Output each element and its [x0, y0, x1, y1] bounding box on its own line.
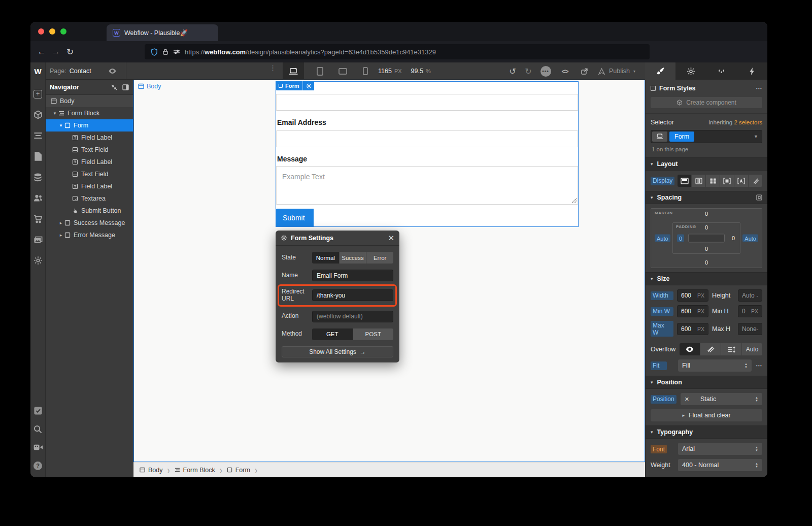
- display-inline-block-icon[interactable]: [720, 175, 734, 187]
- navigator-icon[interactable]: [32, 130, 44, 141]
- fit-label[interactable]: Fit: [651, 361, 667, 370]
- ecommerce-icon[interactable]: [32, 213, 44, 224]
- audit-icon[interactable]: [32, 405, 44, 416]
- breakpoint-tablet-button[interactable]: [309, 62, 330, 80]
- position-select[interactable]: ✕ Static ▲▼: [681, 393, 762, 405]
- navigator-item-error-message[interactable]: ▸ Error Message: [46, 229, 133, 241]
- close-icon[interactable]: ✕: [388, 234, 394, 243]
- navigator-item-text-field[interactable]: Text Field: [46, 168, 133, 180]
- min-width-input[interactable]: 600PX: [677, 305, 708, 317]
- fit-more-icon[interactable]: ⋯: [756, 362, 762, 369]
- back-button[interactable]: ←: [35, 45, 49, 59]
- margin-top-value[interactable]: 0: [705, 211, 708, 217]
- create-component-button[interactable]: Create component: [651, 97, 762, 108]
- form-element-badge[interactable]: Form: [276, 81, 314, 90]
- font-label[interactable]: Font: [651, 445, 667, 453]
- tab-settings[interactable]: [675, 62, 706, 80]
- add-elements-icon[interactable]: +: [32, 88, 44, 100]
- navigator-item-submit-button[interactable]: Submit Button: [46, 205, 133, 217]
- navigator-item-field-label[interactable]: Field Label: [46, 180, 133, 192]
- minimize-window-button[interactable]: [49, 28, 55, 35]
- breadcrumb-body[interactable]: Body: [140, 467, 163, 474]
- code-export-icon[interactable]: <>: [557, 62, 572, 80]
- page-selector[interactable]: Page: Contact: [50, 62, 91, 80]
- resize-handle[interactable]: [571, 198, 577, 203]
- submit-button[interactable]: Submit: [276, 209, 314, 226]
- chevron-down-icon[interactable]: ▼: [754, 134, 761, 139]
- navigator-item-field-label[interactable]: Field Label: [46, 132, 133, 144]
- spacing-settings-icon[interactable]: [756, 194, 762, 201]
- position-label[interactable]: Position: [651, 395, 676, 404]
- shield-icon[interactable]: [151, 48, 158, 56]
- display-none-icon[interactable]: [749, 175, 762, 187]
- navigator-item-textarea[interactable]: Textarea: [46, 192, 133, 205]
- chevron-down-icon[interactable]: ▾: [52, 111, 58, 116]
- padding-bottom-value[interactable]: 0: [705, 246, 708, 252]
- breakpoint-phone-button[interactable]: [355, 62, 376, 80]
- overflow-scroll-icon[interactable]: [721, 343, 741, 355]
- permissions-icon[interactable]: [173, 49, 180, 55]
- navigator-item-body[interactable]: Body: [46, 95, 133, 107]
- form-name-input[interactable]: Email Form: [312, 270, 393, 281]
- cms-icon[interactable]: [32, 172, 44, 183]
- project-settings-icon[interactable]: [32, 255, 44, 266]
- font-select[interactable]: Arial ▲▼: [678, 443, 762, 455]
- fit-select[interactable]: Fill ▲▼: [678, 359, 752, 372]
- breakpoint-indicator-icon[interactable]: [652, 132, 667, 142]
- section-layout[interactable]: ▾ Layout: [646, 157, 767, 171]
- close-window-button[interactable]: [38, 28, 44, 35]
- min-height-input[interactable]: 0PX: [738, 305, 762, 317]
- name-text-field[interactable]: [276, 94, 578, 111]
- reload-button[interactable]: ↻: [63, 45, 77, 59]
- email-text-field[interactable]: [276, 130, 578, 147]
- overflow-auto-button[interactable]: Auto: [742, 343, 762, 355]
- width-input[interactable]: 600PX: [677, 289, 708, 302]
- video-tutorials-icon[interactable]: [32, 442, 44, 453]
- margin-right-value[interactable]: Auto: [742, 235, 758, 242]
- undo-icon[interactable]: ↺: [505, 62, 520, 80]
- margin-left-value[interactable]: Auto: [655, 235, 670, 242]
- show-all-settings-button[interactable]: Show All Settings →: [282, 346, 393, 357]
- display-flex-icon[interactable]: [692, 175, 705, 187]
- dock-panel-icon[interactable]: [122, 84, 129, 90]
- display-block-icon[interactable]: [678, 175, 691, 187]
- chevron-right-icon[interactable]: ▸: [58, 233, 64, 238]
- tab-interactions[interactable]: [706, 62, 737, 80]
- more-options-icon[interactable]: •••: [538, 62, 553, 80]
- tab-actions[interactable]: [737, 62, 767, 80]
- message-textarea[interactable]: Example Text: [276, 166, 578, 205]
- redo-icon[interactable]: ↻: [521, 62, 536, 80]
- section-position[interactable]: ▾ Position: [646, 376, 767, 389]
- search-icon[interactable]: [32, 423, 44, 435]
- padding-left-value[interactable]: 0: [677, 235, 684, 242]
- assets-icon[interactable]: [32, 234, 44, 245]
- navigator-item-field-label[interactable]: Field Label: [46, 156, 133, 168]
- section-size[interactable]: ▾ Size: [646, 272, 767, 285]
- selector-class-chip[interactable]: Form: [669, 132, 694, 142]
- action-input[interactable]: (webflow default): [312, 311, 393, 322]
- max-width-input[interactable]: 600PX: [677, 323, 708, 335]
- overflow-visible-eye-icon[interactable]: [680, 343, 700, 355]
- chevron-down-icon[interactable]: ▾: [58, 123, 64, 128]
- inheriting-info[interactable]: Inheriting 2 selectors: [708, 119, 762, 125]
- state-normal-button[interactable]: Normal: [312, 252, 339, 264]
- height-input[interactable]: Auto-: [738, 289, 762, 302]
- canvas-menu-icon[interactable]: ⋮: [269, 67, 275, 70]
- panel-menu-icon[interactable]: ⋯: [756, 85, 762, 92]
- display-grid-icon[interactable]: [706, 175, 720, 187]
- tab-style[interactable]: [645, 62, 675, 80]
- navigator-item-text-field[interactable]: Text Field: [46, 144, 133, 156]
- display-inline-icon[interactable]: [734, 175, 748, 187]
- forward-button[interactable]: →: [49, 45, 63, 59]
- url-text[interactable]: https://webflow.com/design/plausibleanal…: [185, 48, 436, 56]
- method-get-button[interactable]: GET: [312, 328, 353, 340]
- breakpoint-tablet-landscape-button[interactable]: [332, 62, 353, 80]
- breakpoint-desktop-button[interactable]: [283, 62, 304, 80]
- state-success-button[interactable]: Success: [340, 252, 366, 264]
- share-icon[interactable]: [577, 62, 592, 80]
- canvas-size-zoom[interactable]: 1165 PX 99.5 %: [378, 62, 431, 80]
- navigator-item-form[interactable]: ▾ Form: [46, 119, 133, 132]
- navigator-item-success-message[interactable]: ▸ Success Message: [46, 217, 133, 229]
- section-typography[interactable]: ▾ Typography: [646, 425, 767, 439]
- navigator-item-form-block[interactable]: ▾ Form Block: [46, 107, 133, 119]
